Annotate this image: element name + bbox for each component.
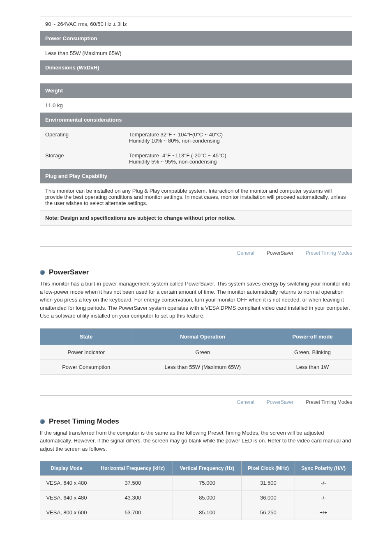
weight-value: 11.0 kg <box>40 98 352 113</box>
tab-preset-timing[interactable]: Preset Timing Modes <box>306 250 352 256</box>
bullet-icon <box>40 419 45 424</box>
bullet-icon <box>40 270 45 275</box>
specs-table: 90 ~ 264VAC rms, 60/50 Hz ± 3Hz Power Co… <box>40 16 352 226</box>
tm-header-mode: Display Mode <box>40 461 93 476</box>
powersaver-title: PowerSaver <box>49 268 89 276</box>
env-storage-humidity: Humidity 5% ~ 95%, non-condensing <box>129 159 217 165</box>
tm-header-clock: Pixel Clock (MHz) <box>242 461 295 476</box>
tabs-second: General PowerSaver Preset Timing Modes <box>40 395 352 405</box>
timing-section-head: Preset Timing Modes <box>40 417 352 426</box>
tab-powersaver[interactable]: PowerSaver <box>267 250 293 256</box>
table-row: VESA, 640 x 480 43.300 85.000 36.000 -/- <box>40 491 352 505</box>
tm-header-hfreq: Horizontal Frequency (kHz) <box>93 461 173 476</box>
timing-title: Preset Timing Modes <box>49 417 119 426</box>
tab-general[interactable]: General <box>237 399 254 405</box>
powersaver-section-head: PowerSaver <box>40 268 352 276</box>
tm-cell: 56.250 <box>242 505 295 520</box>
tm-cell: -/- <box>295 476 352 491</box>
table-row: VESA, 640 x 480 37.500 75.000 31.500 -/- <box>40 476 352 491</box>
tab-powersaver[interactable]: PowerSaver <box>267 399 293 405</box>
ps-header-state: State <box>40 328 132 345</box>
tm-cell: 31.500 <box>242 476 295 491</box>
env-operating-label: Operating <box>40 127 124 148</box>
tm-cell: 37.500 <box>93 476 173 491</box>
tab-preset-timing[interactable]: Preset Timing Modes <box>306 399 352 405</box>
env-operating-humidity: Humidity 10% ~ 80%, non-condensing <box>129 138 220 144</box>
table-row: VESA, 800 x 600 53.700 85.100 56.250 +/+ <box>40 505 352 520</box>
specs-note: Note: Design and specifications are subj… <box>40 210 352 225</box>
ps-cell: Power Consumption <box>40 359 132 374</box>
tm-cell: VESA, 640 x 480 <box>40 476 93 491</box>
env-storage-label: Storage <box>40 148 124 169</box>
ps-cell: Power Indicator <box>40 345 132 359</box>
weight-header: Weight <box>40 83 352 98</box>
ps-cell: Less than 1W <box>273 359 352 374</box>
tm-cell: +/+ <box>295 505 352 520</box>
ps-cell: Green, Blinking <box>273 345 352 359</box>
input-signal: 90 ~ 264VAC rms, 60/50 Hz ± 3Hz <box>40 16 352 31</box>
ps-cell: Green <box>132 345 273 359</box>
env-storage-value: Temperature -4°F ~113°F (-20°C ~ 45°C) H… <box>124 148 352 169</box>
env-operating-temp: Temperature 32°F ~ 104°F(0°C ~ 40°C) <box>129 131 223 138</box>
table-row: Power Consumption Less than 55W (Maximum… <box>40 359 352 374</box>
power-consumption-header: Power Consumption <box>40 31 352 46</box>
tm-cell: 85.100 <box>173 505 242 520</box>
dimensions-header: Dimensions (WxDxH) <box>40 60 352 75</box>
env-storage-temp: Temperature -4°F ~113°F (-20°C ~ 45°C) <box>129 152 226 159</box>
ps-header-normal: Normal Operation <box>132 328 273 345</box>
tm-cell: 36.000 <box>242 491 295 505</box>
tm-cell: 43.300 <box>93 491 173 505</box>
tm-cell: 53.700 <box>93 505 173 520</box>
dimensions-value <box>40 75 352 83</box>
environmental-header: Environmental considerations <box>40 113 352 127</box>
env-operating-value: Temperature 32°F ~ 104°F(0°C ~ 40°C) Hum… <box>124 127 352 148</box>
tm-cell: 85.000 <box>173 491 242 505</box>
tm-cell: -/- <box>295 491 352 505</box>
tm-header-sync: Sync Polarity (H/V) <box>295 461 352 476</box>
powersaver-body: This monitor has a built-in power manage… <box>40 280 352 320</box>
pnp-body: This monitor can be installed on any Plu… <box>40 183 352 210</box>
timing-body: If the signal transferred from the compu… <box>40 429 352 453</box>
powersaver-table: State Normal Operation Power-off mode Po… <box>40 328 352 375</box>
tm-cell: VESA, 800 x 600 <box>40 505 93 520</box>
timing-table: Display Mode Horizontal Frequency (kHz) … <box>40 461 352 520</box>
tm-cell: VESA, 640 x 480 <box>40 491 93 505</box>
ps-cell: Less than 55W (Maximum 65W) <box>132 359 273 374</box>
pnp-header: Plug and Play Capability <box>40 169 352 183</box>
tm-cell: 75.000 <box>173 476 242 491</box>
ps-header-off: Power-off mode <box>273 328 352 345</box>
tabs-first: General PowerSaver Preset Timing Modes <box>40 246 352 256</box>
power-consumption-value: Less than 55W (Maximum 65W) <box>40 46 352 60</box>
table-row: Power Indicator Green Green, Blinking <box>40 345 352 359</box>
tm-header-vfreq: Vertical Frequency (Hz) <box>173 461 242 476</box>
tab-general[interactable]: General <box>237 250 254 256</box>
